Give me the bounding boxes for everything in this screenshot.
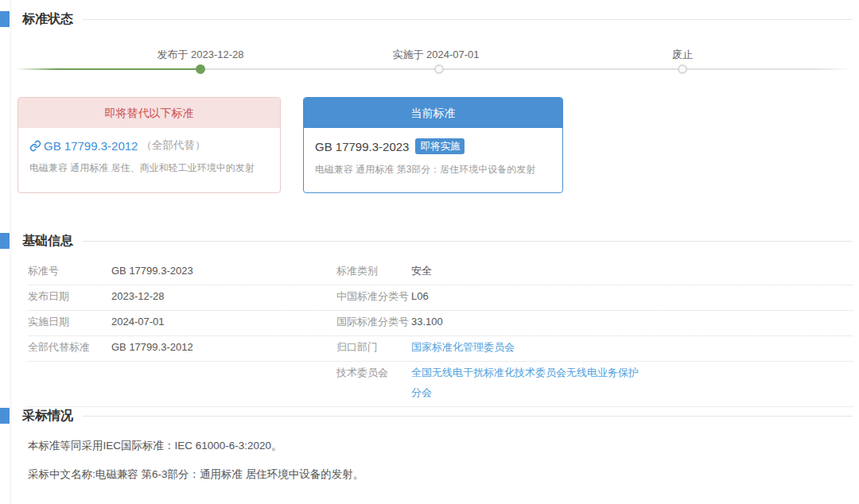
- replaced-standard-name: 电磁兼容 通用标准 居住、商业和轻工业环境中的发射: [29, 161, 269, 175]
- competent-department-link[interactable]: 国家标准化管理委员会: [411, 341, 515, 353]
- field-value: GB 17799.3-2023: [111, 265, 336, 277]
- field-label: 标准号: [28, 265, 111, 277]
- heading-rule: [83, 416, 853, 417]
- status-badge: 即将实施: [415, 138, 464, 154]
- adoption-chinese-name: 采标中文名称:电磁兼容 第6-3部分：通用标准 居住环境中设备的发射。: [28, 467, 363, 482]
- field-label: 国际标准分类号: [336, 316, 411, 328]
- timeline-line-todo: [200, 68, 853, 70]
- basic-info-section-heading: 基础信息: [0, 233, 853, 249]
- adoption-section-heading: 采标情况: [0, 408, 853, 424]
- table-row: 技术委员会 全国无线电干扰标准化技术委员会无线电业务保护分会: [28, 362, 853, 407]
- field-label: 技术委员会: [336, 366, 411, 378]
- timeline-label-implemented: 实施于 2024-07-01: [392, 48, 479, 62]
- timeline-label-abolished: 废止: [672, 48, 693, 62]
- table-row: 全部代替标准 GB 17799.3-2012 归口部门 国家标准化管理委员会: [28, 336, 853, 362]
- heading-rule: [83, 19, 853, 20]
- basic-info-section-title: 基础信息: [22, 233, 73, 249]
- timeline-label-published: 发布于 2023-12-28: [157, 48, 243, 62]
- heading-accent-bar: [0, 11, 10, 27]
- current-standard-number: GB 17799.3-2023: [315, 140, 409, 153]
- timeline-dot-abolished: [678, 64, 687, 74]
- adoption-section-title: 采标情况: [22, 408, 73, 424]
- field-value: GB 17799.3-2012: [111, 341, 336, 353]
- field-label: 标准类别: [336, 265, 411, 277]
- current-card-header: 当前标准: [304, 98, 562, 128]
- field-label: 中国标准分类号: [336, 290, 411, 302]
- basic-info-table: 标准号 GB 17799.3-2023 标准类别 安全 发布日期 2023-12…: [28, 260, 853, 407]
- status-timeline: 发布于 2023-12-28 实施于 2024-07-01 废止: [0, 46, 859, 84]
- replaced-standard-card: 即将替代以下标准 GB 17799.3-2012 （全部代替） 电磁兼容 通用标…: [17, 97, 281, 193]
- field-value: 2024-07-01: [111, 316, 336, 328]
- field-label: 实施日期: [28, 316, 111, 328]
- timeline-dot-published: [196, 64, 205, 74]
- table-row: 实施日期 2024-07-01 国际标准分类号 33.100: [28, 311, 853, 336]
- field-value: 安全: [411, 261, 432, 281]
- replaced-card-header: 即将替代以下标准: [18, 98, 280, 128]
- timeline-dot-implemented: [434, 64, 444, 74]
- status-section-heading: 标准状态: [0, 11, 853, 27]
- table-row: 发布日期 2023-12-28 中国标准分类号 L06: [28, 285, 853, 311]
- field-label: 归口部门: [336, 341, 411, 353]
- field-value: 2023-12-28: [111, 290, 336, 302]
- adoption-statement: 本标准等同采用IEC国际标准：IEC 61000-6-3:2020。: [28, 439, 282, 453]
- field-label: 发布日期: [28, 290, 111, 302]
- heading-accent-bar: [0, 233, 10, 249]
- standard-detail-page: 标准状态 发布于 2023-12-28 实施于 2024-07-01 废止 即将…: [0, 0, 859, 504]
- technical-committee-link[interactable]: 全国无线电干扰标准化技术委员会无线电业务保护分会: [411, 366, 639, 398]
- field-label: 全部代替标准: [28, 341, 111, 353]
- heading-rule: [83, 241, 853, 242]
- link-icon: [29, 140, 41, 152]
- table-row: 标准号 GB 17799.3-2023 标准类别 安全: [28, 260, 853, 285]
- current-standard-name: 电磁兼容 通用标准 第3部分：居住环境中设备的发射: [315, 163, 551, 176]
- current-standard-card: 当前标准 GB 17799.3-2023 即将实施 电磁兼容 通用标准 第3部分…: [303, 97, 563, 193]
- field-value: L06: [411, 286, 429, 306]
- replaced-standard-link[interactable]: GB 17799.3-2012: [44, 139, 138, 153]
- replace-type-note: （全部代替）: [141, 138, 205, 153]
- heading-accent-bar: [0, 408, 10, 424]
- field-value: 33.100: [411, 312, 443, 331]
- timeline-line-done: [16, 68, 200, 70]
- status-section-title: 标准状态: [22, 11, 73, 27]
